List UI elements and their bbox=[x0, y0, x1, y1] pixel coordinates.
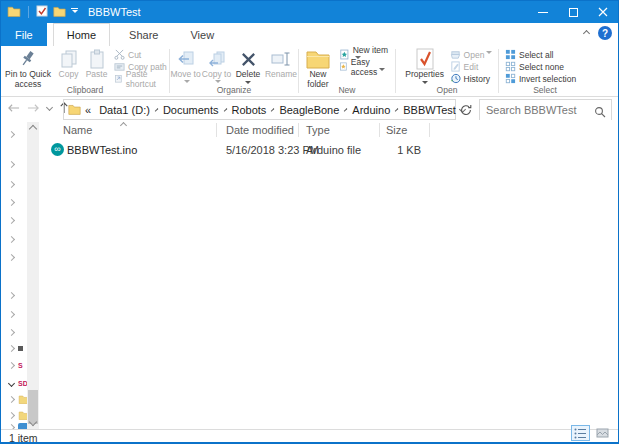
copy-to-icon bbox=[208, 48, 226, 70]
tree-item[interactable] bbox=[9, 128, 14, 140]
collapse-chevron-icon[interactable] bbox=[8, 379, 15, 386]
invert-selection-button[interactable]: Invert selection bbox=[505, 73, 576, 84]
column-header-date-modified[interactable]: Date modified bbox=[226, 124, 294, 136]
maximize-button[interactable] bbox=[558, 1, 588, 23]
expand-chevron-icon[interactable] bbox=[8, 395, 15, 402]
expand-chevron-icon[interactable] bbox=[8, 235, 15, 242]
move-to-button[interactable]: Move to bbox=[170, 47, 201, 90]
minimize-ribbon-icon[interactable] bbox=[583, 29, 590, 36]
address-bar[interactable]: « Data1 (D:) Documents Robots BeagleBone… bbox=[63, 99, 456, 120]
expand-chevron-icon[interactable] bbox=[8, 411, 15, 418]
paste-shortcut-button[interactable]: Paste shortcut bbox=[114, 73, 169, 84]
select-all-button[interactable]: Select all bbox=[505, 49, 576, 60]
rename-button[interactable]: Rename bbox=[264, 47, 298, 80]
select-none-button[interactable]: Select none bbox=[505, 61, 576, 72]
column-separator[interactable] bbox=[298, 123, 299, 137]
breadcrumb-segment[interactable]: Arduino bbox=[348, 104, 394, 116]
new-folder-icon bbox=[306, 48, 330, 70]
tree-item[interactable] bbox=[9, 158, 14, 170]
breadcrumb-segment[interactable]: Data1 (D:) bbox=[95, 104, 154, 116]
expand-chevron-icon[interactable] bbox=[8, 328, 15, 335]
tree-item[interactable] bbox=[9, 342, 23, 354]
expand-chevron-icon[interactable] bbox=[8, 198, 15, 205]
breadcrumb-chevron-icon[interactable] bbox=[344, 108, 348, 112]
column-separator[interactable] bbox=[429, 123, 430, 137]
close-button[interactable] bbox=[588, 1, 618, 23]
breadcrumb-chevron-icon[interactable] bbox=[395, 108, 399, 112]
copy-to-button[interactable]: Copy to bbox=[201, 47, 232, 90]
scroll-up-icon[interactable] bbox=[29, 125, 37, 133]
breadcrumb-chevron-icon[interactable] bbox=[271, 108, 275, 112]
expand-chevron-icon[interactable] bbox=[8, 180, 15, 187]
search-icon[interactable] bbox=[594, 104, 606, 122]
large-icons-view-button[interactable] bbox=[593, 425, 612, 441]
move-to-icon bbox=[177, 48, 195, 70]
copy-button[interactable]: Copy bbox=[55, 47, 82, 80]
open-button[interactable]: Open bbox=[450, 49, 493, 60]
column-header-type[interactable]: Type bbox=[306, 124, 330, 136]
qat-properties-icon[interactable] bbox=[36, 3, 48, 21]
delete-label: Delete bbox=[236, 70, 261, 80]
help-icon[interactable]: ? bbox=[598, 26, 612, 40]
tree-item[interactable] bbox=[9, 178, 14, 190]
column-header-size[interactable]: Size bbox=[386, 124, 407, 136]
tree-item[interactable] bbox=[9, 196, 14, 208]
recent-locations-dropdown-icon[interactable] bbox=[46, 104, 53, 111]
history-button[interactable]: History bbox=[450, 73, 493, 84]
expand-chevron-icon[interactable] bbox=[8, 310, 15, 317]
breadcrumb-segment[interactable]: Robots bbox=[228, 104, 271, 116]
cut-label: Cut bbox=[128, 50, 141, 60]
column-separator[interactable] bbox=[379, 123, 380, 137]
breadcrumb-overflow[interactable]: « bbox=[81, 104, 95, 116]
breadcrumb-chevron-icon[interactable] bbox=[223, 108, 227, 112]
expand-chevron-icon[interactable] bbox=[8, 344, 15, 351]
properties-button[interactable]: Properties bbox=[402, 47, 448, 87]
qat-customize-dropdown-icon[interactable] bbox=[71, 8, 78, 16]
breadcrumb-segment[interactable]: BBBWTest bbox=[399, 104, 460, 116]
delete-button[interactable]: Delete bbox=[232, 47, 264, 87]
breadcrumb-segment[interactable]: Documents bbox=[159, 104, 223, 116]
easy-access-icon bbox=[339, 61, 348, 72]
paste-button[interactable]: Paste bbox=[82, 47, 111, 80]
column-separator[interactable] bbox=[216, 123, 217, 137]
tree-item[interactable]: SD bbox=[9, 377, 28, 389]
tree-item[interactable] bbox=[9, 251, 14, 263]
tree-item[interactable]: S bbox=[9, 359, 23, 371]
pin-to-quick-access-button[interactable]: Pin to Quick access bbox=[1, 47, 55, 90]
back-button[interactable] bbox=[7, 103, 20, 113]
minimize-button[interactable] bbox=[528, 1, 558, 23]
tab-share[interactable]: Share bbox=[116, 23, 171, 46]
column-header-name[interactable]: Name bbox=[63, 124, 92, 136]
window-controls bbox=[528, 1, 618, 23]
expand-chevron-icon[interactable] bbox=[8, 216, 15, 223]
tree-item[interactable] bbox=[9, 214, 14, 226]
edit-label: Edit bbox=[464, 62, 479, 72]
edit-button[interactable]: Edit bbox=[450, 61, 493, 72]
tab-home[interactable]: Home bbox=[53, 23, 110, 46]
tab-file[interactable]: File bbox=[1, 23, 47, 46]
expand-chevron-icon[interactable] bbox=[8, 361, 15, 368]
details-view-button[interactable] bbox=[571, 425, 590, 441]
breadcrumb-segment[interactable]: BeagleBone bbox=[275, 104, 343, 116]
file-row[interactable]: ∞ BBBWTest.ino 5/16/2018 3:23 PM Arduino… bbox=[41, 142, 617, 159]
expand-chevron-icon[interactable] bbox=[8, 253, 15, 260]
expand-chevron-icon[interactable] bbox=[8, 291, 15, 298]
refresh-button[interactable] bbox=[460, 102, 472, 120]
tree-item[interactable] bbox=[9, 233, 14, 245]
breadcrumb-chevron-icon[interactable] bbox=[155, 108, 159, 112]
qat-new-folder-icon[interactable] bbox=[53, 3, 66, 21]
expand-chevron-icon[interactable] bbox=[8, 160, 15, 167]
tree-item[interactable] bbox=[9, 326, 14, 338]
tree-item[interactable] bbox=[9, 421, 29, 429]
search-input[interactable] bbox=[480, 101, 611, 120]
sidebar-scrollbar[interactable] bbox=[27, 122, 39, 429]
forward-button[interactable] bbox=[27, 103, 40, 113]
cut-button[interactable]: Cut bbox=[114, 49, 169, 60]
tree-item[interactable] bbox=[9, 289, 14, 301]
expand-chevron-icon[interactable] bbox=[8, 130, 15, 137]
tree-item[interactable] bbox=[9, 308, 14, 320]
easy-access-button[interactable]: Easy access bbox=[339, 61, 395, 72]
tab-view[interactable]: View bbox=[177, 23, 227, 46]
file-name[interactable]: BBBWTest.ino bbox=[67, 144, 137, 156]
new-folder-button[interactable]: New folder bbox=[299, 47, 337, 90]
